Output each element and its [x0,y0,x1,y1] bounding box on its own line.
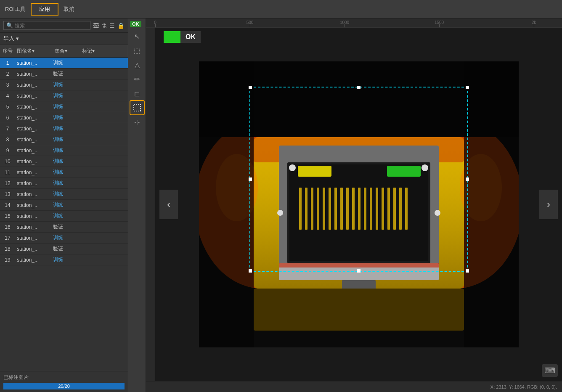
row-seq: 19 [0,257,15,263]
prev-image-button[interactable]: ‹ [159,190,178,219]
table-row[interactable]: 19 station_... 训练 [0,254,128,265]
row-image: station_... [15,246,53,252]
table-row[interactable]: 15 station_... 训练 [0,211,128,222]
col-header-set[interactable]: 集合▾ [53,47,80,56]
row-image: station_... [15,180,53,186]
roi-select-tool-btn[interactable] [130,101,144,114]
row-seq: 15 [0,213,15,219]
row-seq: 16 [0,224,15,230]
svg-rect-27 [370,188,372,230]
table-row[interactable]: 16 station_... 验证 [0,222,128,233]
table-row[interactable]: 2 station_... 验证 [0,69,128,79]
image-viewport[interactable]: OK ‹ [155,28,562,381]
filter-icon[interactable]: ⚗ [101,22,107,29]
progress-bar: 20/20 [3,383,125,389]
table-row[interactable]: 7 station_... 训练 [0,123,128,134]
table-row[interactable]: 8 station_... 训练 [0,134,128,145]
row-set: 训练 [53,147,80,154]
apply-button[interactable]: 应用 [31,3,58,16]
table-row[interactable]: 13 station_... 训练 [0,189,128,200]
col-header-seq: 序号 [0,47,15,56]
row-image: station_... [15,126,53,132]
image-icon[interactable]: 🖼 [93,22,99,29]
svg-point-13 [289,164,296,171]
row-seq: 13 [0,191,15,197]
row-image: station_... [15,115,53,121]
table-body: 1 station_... 训练 2 station_... 验证 3 stat… [0,58,128,371]
svg-rect-37 [254,289,464,331]
lock-icon[interactable]: 🔒 [117,22,125,29]
row-set: 训练 [53,212,80,220]
table-row[interactable]: 14 station_... 训练 [0,200,128,211]
row-set: 验证 [53,223,80,230]
table-row[interactable]: 11 station_... 训练 [0,167,128,178]
progress-bar-fill: 20/20 [3,383,125,389]
row-image: station_... [15,235,53,241]
svg-rect-33 [405,188,408,230]
table-row[interactable]: 12 station_... 训练 [0,178,128,189]
row-set: 训练 [53,103,80,110]
pointer-tool-btn[interactable]: ↖ [130,29,144,43]
table-row[interactable]: 3 station_... 训练 [0,79,128,90]
row-seq: 9 [0,148,15,154]
table-row[interactable]: 6 station_... 训练 [0,112,128,123]
svg-rect-32 [399,188,402,230]
table-row[interactable]: 9 station_... 训练 [0,145,128,156]
row-image: station_... [15,104,53,110]
row-image: station_... [15,224,53,230]
row-seq: 6 [0,115,15,121]
next-image-button[interactable]: › [539,190,558,219]
row-set: 训练 [53,92,80,99]
table-row[interactable]: 17 station_... 训练 [0,233,128,244]
cursor-tool-btn[interactable]: ⊹ [130,115,144,129]
row-image: station_... [15,93,53,99]
row-set: 训练 [53,158,80,165]
svg-rect-24 [352,188,355,230]
brush-tool-btn[interactable]: ✏ [130,72,144,86]
polygon-tool-btn[interactable]: △ [130,58,144,72]
import-button[interactable]: 导入 ▾ [3,35,19,42]
row-set: 训练 [53,136,80,143]
list-icon[interactable]: ☰ [109,22,115,29]
svg-rect-31 [393,188,396,230]
svg-rect-12 [387,166,421,177]
row-set: 训练 [53,81,80,88]
svg-rect-18 [317,188,319,230]
table-row[interactable]: 5 station_... 训练 [0,101,128,112]
row-image: station_... [15,213,53,219]
svg-rect-20 [329,188,331,230]
svg-rect-19 [323,188,325,230]
row-set: 训练 [53,169,80,176]
col-header-label[interactable]: 标记▾ [80,47,106,56]
table-row[interactable]: 18 station_... 验证 [0,244,128,254]
row-image: station_... [15,60,53,66]
cancel-button[interactable]: 取消 [64,5,74,13]
table-row[interactable]: 4 station_... 训练 [0,90,128,101]
row-seq: 14 [0,202,15,208]
row-image: station_... [15,191,53,197]
svg-point-38 [277,210,283,216]
status-bar: X: 2313, Y: 1664. RGB: (0, 0, 0). [146,381,562,392]
table-row[interactable]: 10 station_... 训练 [0,156,128,167]
search-icon: 🔍 [6,22,13,29]
ok-green-box [164,31,180,43]
row-seq: 2 [0,71,15,77]
svg-rect-30 [387,188,390,230]
row-seq: 17 [0,235,15,241]
svg-rect-44 [464,61,519,347]
svg-point-39 [435,210,440,216]
svg-point-14 [422,164,428,171]
col-header-image[interactable]: 图像名▾ [15,47,53,56]
svg-rect-17 [311,188,313,230]
select-tool-btn[interactable]: ⬚ [130,44,144,57]
search-bar: 🔍 🖼 ⚗ ☰ 🔒 [0,19,128,33]
main-container: 🔍 🖼 ⚗ ☰ 🔒 导入 ▾ 序号 图像名▾ 集合▾ 标记▾ 1 [0,19,562,392]
search-input[interactable] [15,23,87,29]
row-set: 验证 [53,245,80,252]
toolbar-icons: 🖼 ⚗ ☰ 🔒 [93,22,125,29]
table-row[interactable]: 1 station_... 训练 [0,58,128,69]
keyboard-icon[interactable]: ⌨ [542,364,558,377]
eraser-tool-btn[interactable]: ◻ [130,87,144,100]
search-input-wrap[interactable]: 🔍 [3,21,90,30]
coordinates-text: X: 2313, Y: 1664. RGB: (0, 0, 0). [490,384,557,389]
